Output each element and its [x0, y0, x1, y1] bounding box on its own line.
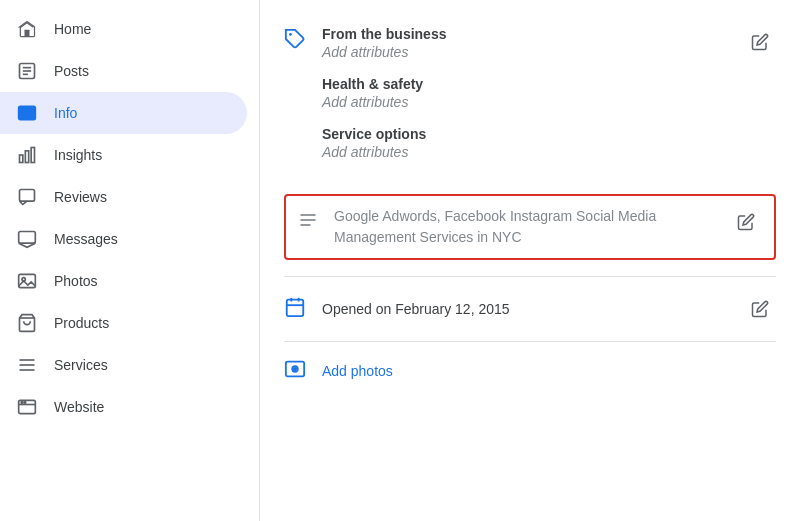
- sidebar-item-reviews-label: Reviews: [54, 189, 107, 205]
- description-text: Google Adwords, Facebook Instagram Socia…: [334, 206, 714, 248]
- health-safety-title: Health & safety: [322, 76, 728, 92]
- messages-icon: [16, 228, 38, 250]
- sidebar-item-home[interactable]: Home: [0, 8, 247, 50]
- sidebar-item-products[interactable]: Products: [0, 302, 247, 344]
- website-icon: [16, 396, 38, 418]
- sidebar: Home Posts Info: [0, 0, 260, 521]
- description-edit-button[interactable]: [730, 206, 762, 238]
- sidebar-item-photos-label: Photos: [54, 273, 98, 289]
- sidebar-item-insights-label: Insights: [54, 147, 102, 163]
- sidebar-item-insights[interactable]: Insights: [0, 134, 247, 176]
- sidebar-item-photos[interactable]: Photos: [0, 260, 247, 302]
- info-icon: [16, 102, 38, 124]
- from-business-content: From the business Add attributes Health …: [322, 26, 728, 176]
- description-lines-icon: [298, 210, 318, 234]
- reviews-icon: [16, 186, 38, 208]
- sidebar-item-website-label: Website: [54, 399, 104, 415]
- sidebar-item-products-label: Products: [54, 315, 109, 331]
- opened-on-row: Opened on February 12, 2015: [284, 281, 776, 337]
- from-business-subtitle: Add attributes: [322, 44, 728, 60]
- home-icon: [16, 18, 38, 40]
- svg-rect-14: [19, 274, 36, 287]
- sidebar-item-website[interactable]: Website: [0, 386, 247, 428]
- separator-2: [284, 341, 776, 342]
- svg-point-22: [21, 402, 23, 404]
- opened-on-edit-button[interactable]: [744, 293, 776, 325]
- sidebar-item-info-label: Info: [54, 105, 77, 121]
- sidebar-item-info[interactable]: Info: [0, 92, 247, 134]
- tag-icon: [284, 28, 306, 54]
- products-icon: [16, 312, 38, 334]
- separator-1: [284, 276, 776, 277]
- calendar-icon: [284, 296, 306, 322]
- svg-rect-9: [20, 155, 23, 163]
- service-options-title: Service options: [322, 126, 728, 142]
- svg-rect-11: [31, 148, 34, 163]
- sidebar-item-messages-label: Messages: [54, 231, 118, 247]
- add-photos-row[interactable]: Add photos: [284, 346, 776, 396]
- insights-icon: [16, 144, 38, 166]
- svg-rect-8: [19, 106, 22, 119]
- opened-on-text: Opened on February 12, 2015: [322, 301, 728, 317]
- health-safety-subtitle: Add attributes: [322, 94, 728, 110]
- svg-rect-28: [287, 300, 304, 317]
- main-content: From the business Add attributes Health …: [260, 0, 800, 521]
- sidebar-item-services-label: Services: [54, 357, 108, 373]
- sidebar-item-posts-label: Posts: [54, 63, 89, 79]
- svg-rect-0: [25, 30, 30, 37]
- health-safety-group: Health & safety Add attributes: [322, 76, 728, 110]
- sidebar-item-home-label: Home: [54, 21, 91, 37]
- sidebar-item-messages[interactable]: Messages: [0, 218, 247, 260]
- from-business-title: From the business: [322, 26, 728, 42]
- posts-icon: [16, 60, 38, 82]
- photos-icon: [16, 270, 38, 292]
- sidebar-item-posts[interactable]: Posts: [0, 50, 247, 92]
- services-icon: [16, 354, 38, 376]
- sidebar-item-services[interactable]: Services: [0, 344, 247, 386]
- from-business-edit-button[interactable]: [744, 26, 776, 58]
- svg-rect-12: [20, 190, 35, 202]
- svg-rect-13: [19, 232, 36, 244]
- from-business-section: From the business Add attributes Health …: [284, 16, 776, 186]
- service-options-group: Service options Add attributes: [322, 126, 728, 160]
- service-options-subtitle: Add attributes: [322, 144, 728, 160]
- sidebar-item-reviews[interactable]: Reviews: [0, 176, 247, 218]
- description-highlighted-box: Google Adwords, Facebook Instagram Socia…: [284, 194, 776, 260]
- add-photos-text: Add photos: [322, 363, 776, 379]
- svg-point-23: [24, 402, 26, 404]
- add-photos-icon: [284, 358, 306, 384]
- svg-rect-10: [25, 151, 28, 163]
